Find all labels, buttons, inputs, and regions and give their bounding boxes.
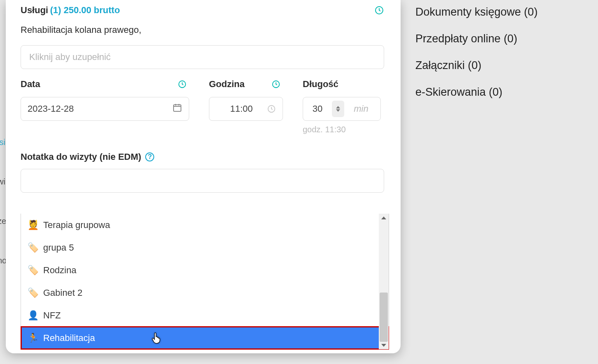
clock-icon[interactable]: [178, 80, 187, 89]
duration-stepper[interactable]: [332, 101, 344, 117]
duration-unit: min: [346, 104, 380, 114]
calendar-icon[interactable]: [172, 103, 182, 115]
dropdown-item-label: NFZ: [43, 310, 61, 321]
dropdown-item[interactable]: 🏷️Gabinet 2: [21, 281, 389, 304]
running-icon: 🏃: [28, 333, 38, 343]
scroll-thumb[interactable]: [380, 293, 388, 342]
tag-icon: 🏷️: [28, 242, 38, 253]
right-sidebar: Dokumenty księgowe (0) Przedpłaty online…: [415, 6, 588, 99]
date-input[interactable]: 2023-12-28: [21, 97, 189, 121]
massage-icon: 💆: [28, 220, 38, 230]
clock-icon-grey: [267, 104, 276, 113]
sidebar-item-prepayments[interactable]: Przedpłaty online (0): [415, 32, 588, 45]
tags-dropdown: 💆Terapia grupowa🏷️grupa 5🏷️Rodzina🏷️Gabi…: [21, 214, 389, 350]
dropdown-item[interactable]: 💆Terapia grupowa: [21, 214, 389, 236]
dropdown-item[interactable]: 👤NFZ: [21, 304, 389, 327]
date-value: 2023-12-28: [28, 104, 172, 114]
time-label: Godzina: [209, 79, 245, 90]
scroll-up-button[interactable]: [379, 214, 389, 222]
clock-icon[interactable]: [271, 80, 280, 89]
visit-details-panel: Usługi (1) 250.00 brutto Rehabilitacja k…: [6, 0, 401, 353]
sidebar-item-attachments[interactable]: Załączniki (0): [415, 59, 588, 72]
dropdown-item-label: Terapia grupowa: [43, 220, 110, 230]
svg-rect-2: [174, 105, 181, 111]
service-add-input[interactable]: [21, 45, 384, 69]
time-value: 11:00: [216, 104, 267, 114]
chevron-down-icon[interactable]: [336, 109, 340, 112]
help-icon[interactable]: ?: [145, 152, 154, 161]
tag-icon: 🏷️: [28, 288, 38, 298]
note-label: Notatka do wizyty (nie EDM): [21, 152, 141, 162]
services-count-price: (1) 250.00 brutto: [50, 5, 120, 15]
tag-icon: 🏷️: [28, 265, 38, 276]
person-icon: 👤: [28, 310, 38, 321]
sidebar-item-accounting-docs[interactable]: Dokumenty księgowe (0): [415, 6, 588, 18]
dropdown-item-label: grupa 5: [43, 242, 74, 253]
date-label: Data: [21, 79, 40, 90]
sidebar-item-ereferrals[interactable]: e-Skierowania (0): [415, 86, 588, 99]
duration-end-time: godz. 11:30: [303, 125, 381, 134]
note-input[interactable]: [21, 169, 384, 193]
clock-icon[interactable]: [374, 5, 384, 15]
dropdown-item-label: Gabinet 2: [43, 288, 82, 298]
dropdown-item[interactable]: 🏃Rehabilitacja: [21, 327, 389, 349]
dropdown-item[interactable]: 🏷️Rodzina: [21, 259, 389, 281]
services-title: Usługi (1) 250.00 brutto: [21, 5, 120, 16]
dropdown-item-label: Rodzina: [43, 265, 76, 276]
duration-input[interactable]: 30 min: [303, 97, 381, 121]
dropdown-item[interactable]: 🏷️grupa 5: [21, 236, 389, 259]
scrollbar[interactable]: [379, 214, 389, 349]
duration-value: 30: [303, 104, 332, 114]
scroll-down-button[interactable]: [379, 341, 389, 349]
time-input[interactable]: 11:00: [209, 97, 283, 121]
service-description: Rehabilitacja kolana prawego,: [21, 25, 384, 35]
dropdown-item-label: Rehabilitacja: [43, 333, 95, 343]
duration-label: Długość: [303, 79, 338, 90]
services-label: Usługi: [21, 5, 48, 15]
chevron-up-icon[interactable]: [336, 106, 340, 108]
scroll-track[interactable]: [379, 222, 389, 341]
